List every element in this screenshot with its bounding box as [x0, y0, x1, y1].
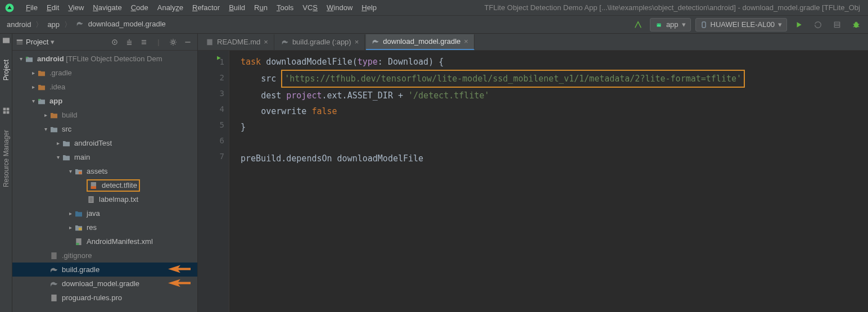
tree-item-assets[interactable]: ▾ assets — [12, 164, 197, 178]
tree-item-gradle[interactable]: ▸ .gradle — [12, 66, 197, 80]
arrow-annotation-icon — [168, 265, 191, 274]
tab-readme[interactable]: README.md × — [200, 34, 274, 50]
editor-gutter[interactable]: ▶ 1 2 3 4 5 6 7 — [198, 51, 229, 312]
tree-item-main[interactable]: ▾ main — [12, 150, 197, 164]
phone-icon — [700, 21, 707, 29]
close-icon[interactable]: × — [264, 38, 268, 46]
menu-navigate[interactable]: Navigate — [88, 3, 126, 12]
chevron-right-icon[interactable]: ▸ — [66, 224, 74, 230]
divider-icon: | — [152, 36, 165, 48]
select-open-file-icon[interactable] — [108, 36, 121, 48]
menu-analyze[interactable]: Analyze — [153, 3, 188, 12]
svg-rect-6 — [3, 38, 10, 43]
svg-rect-8 — [6, 108, 9, 111]
debug-button-icon[interactable] — [849, 17, 864, 32]
tree-item-manifest[interactable]: AndroidManifest.xml — [12, 234, 197, 248]
device-combo[interactable]: HUAWEI ELE-AL00 ▾ — [695, 18, 787, 31]
chevron-right-icon[interactable]: ▸ — [29, 70, 37, 76]
tree-item-idea[interactable]: ▸ .idea — [12, 80, 197, 94]
menu-build[interactable]: Build — [224, 3, 250, 12]
breadcrumb-root[interactable]: android — [4, 20, 33, 29]
tree-item-androidtest[interactable]: ▸ androidTest — [12, 136, 197, 150]
svg-rect-25 — [76, 243, 79, 245]
menu-code[interactable]: Code — [126, 3, 153, 12]
gradle-file-icon — [76, 20, 84, 29]
tree-item-build[interactable]: ▸ build — [12, 108, 197, 122]
project-header: Project ▾ | — [12, 34, 197, 51]
module-folder-icon — [25, 55, 34, 64]
tree-item-res[interactable]: ▸ res — [12, 220, 197, 234]
resource-manager-tool-icon[interactable] — [2, 106, 11, 115]
tab-download-gradle[interactable]: download_model.gradle × — [366, 34, 474, 50]
menu-file[interactable]: File — [21, 3, 42, 12]
svg-rect-12 — [17, 42, 23, 43]
menu-help[interactable]: Help — [357, 3, 381, 12]
attach-debugger-icon[interactable] — [830, 17, 844, 32]
svg-rect-10 — [6, 111, 9, 114]
chevron-right-icon[interactable]: ▸ — [54, 140, 62, 146]
menu-run[interactable]: Run — [250, 3, 272, 12]
chevron-down-icon[interactable]: ▾ — [51, 38, 55, 46]
hide-icon[interactable] — [182, 36, 194, 48]
chevron-right-icon[interactable]: ▸ — [29, 84, 37, 90]
svg-rect-9 — [3, 111, 6, 114]
tree-item-src[interactable]: ▾ src — [12, 122, 197, 136]
apply-changes-icon[interactable] — [811, 17, 825, 32]
menu-vcs[interactable]: VCS — [298, 3, 322, 12]
tab-build-gradle[interactable]: build.gradle (:app) × — [275, 34, 365, 50]
collapse-all-icon[interactable] — [138, 36, 150, 48]
text-file-icon — [49, 293, 58, 302]
text-file-icon — [49, 251, 58, 260]
chevron-right-icon[interactable]: ▸ — [42, 112, 49, 118]
run-config-combo[interactable]: app ▾ — [650, 18, 691, 31]
folder-icon — [62, 153, 71, 162]
project-tree[interactable]: ▾ android [TFLite Object Detection Dem ▸… — [12, 51, 197, 312]
chevron-down-icon[interactable]: ▾ — [54, 154, 62, 160]
tree-item-app[interactable]: ▾ app — [12, 94, 197, 108]
module-folder-icon — [37, 97, 46, 106]
project-view-label[interactable]: Project — [26, 38, 48, 46]
chevron-down-icon[interactable]: ▾ — [42, 126, 49, 132]
expand-all-icon[interactable] — [123, 36, 135, 48]
menu-view[interactable]: View — [64, 3, 88, 12]
run-button-icon[interactable] — [792, 17, 806, 32]
gradle-file-icon — [372, 38, 379, 46]
tree-item-proguard[interactable]: proguard-rules.pro — [12, 291, 197, 305]
chevron-down-icon[interactable]: ▾ — [29, 98, 37, 104]
project-tool-icon[interactable] — [2, 36, 11, 45]
chevron-down-icon[interactable]: ▾ — [66, 168, 74, 174]
menu-refactor[interactable]: Refactor — [188, 3, 224, 12]
close-icon[interactable]: × — [464, 37, 468, 46]
close-icon[interactable]: × — [355, 38, 359, 46]
tree-item-labelmap[interactable]: labelmap.txt — [12, 192, 197, 206]
tree-item-gitignore[interactable]: .gitignore — [12, 248, 197, 263]
run-gutter-icon[interactable]: ▶ — [217, 54, 221, 61]
project-tool-tab[interactable]: Project — [1, 56, 11, 84]
tree-root[interactable]: ▾ android [TFLite Object Detection Dem — [12, 52, 197, 66]
code-editor[interactable]: task downloadModelFile(type: Download) {… — [229, 51, 868, 312]
chevron-down-icon: ▾ — [778, 20, 782, 29]
folder-icon — [49, 111, 58, 120]
chevron-right-icon[interactable]: ▸ — [66, 210, 74, 216]
menu-edit[interactable]: Edit — [42, 3, 64, 12]
tree-item-download-gradle[interactable]: download_model.gradle — [12, 277, 197, 291]
svg-point-16 — [172, 40, 175, 43]
breadcrumb-module[interactable]: app — [45, 20, 62, 29]
tree-item-detect-tflite[interactable]: detect.tflite — [12, 178, 197, 192]
resource-manager-tool-tab[interactable]: Resource Manager — [1, 126, 11, 191]
chevron-down-icon[interactable]: ▾ — [17, 56, 25, 62]
menu-window[interactable]: Window — [322, 3, 357, 12]
menu-tools[interactable]: Tools — [272, 3, 298, 12]
tree-item-build-gradle[interactable]: build.gradle — [12, 263, 197, 277]
breadcrumb-file[interactable]: download_model.gradle — [74, 20, 168, 29]
tree-item-java[interactable]: ▸ java — [12, 206, 197, 220]
sync-project-icon[interactable] — [631, 17, 645, 32]
svg-rect-7 — [3, 108, 6, 111]
android-icon — [655, 21, 663, 29]
svg-point-1 — [658, 24, 658, 24]
folder-icon — [37, 69, 46, 78]
res-folder-icon — [74, 223, 83, 232]
svg-rect-26 — [51, 252, 56, 259]
chevron-down-icon: ▾ — [682, 20, 686, 29]
gear-icon[interactable] — [167, 36, 179, 48]
